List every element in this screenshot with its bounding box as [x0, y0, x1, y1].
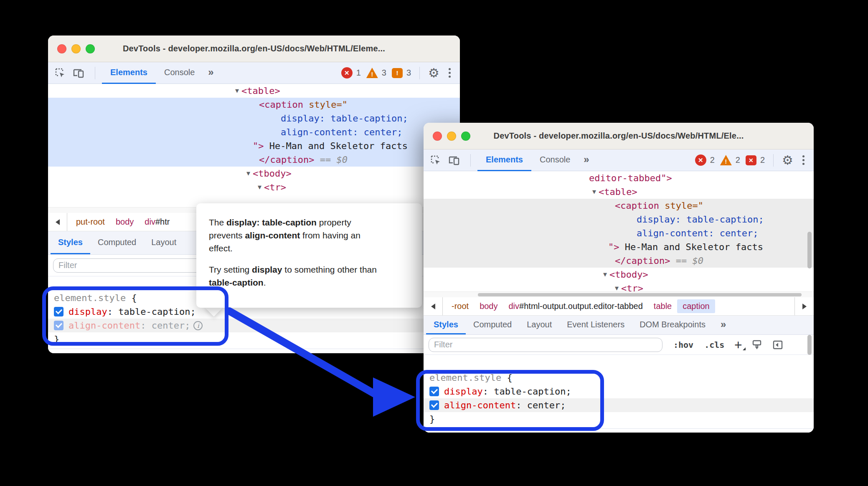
styles-pane: element.style { display: table-caption;a… [424, 355, 814, 433]
css-property-row: display: table-caption; [424, 385, 814, 398]
breadcrumb-forward-button[interactable] [794, 297, 814, 315]
new-style-rule-button[interactable]: + [734, 339, 742, 351]
breadcrumb-item[interactable]: caption [677, 299, 715, 313]
code-segment: editor-tabbed"> [589, 173, 672, 183]
styles-filter-input[interactable] [429, 338, 662, 352]
property-text: : [516, 398, 527, 412]
tooltip-text-line: The display: table-caption property [209, 216, 409, 229]
breadcrumb-back-button[interactable] [424, 297, 443, 315]
tab-dom-breakpoints[interactable]: DOM Breakpoints [632, 316, 713, 334]
breadcrumb-item[interactable]: -root [446, 299, 474, 313]
breadcrumb-back-button[interactable] [48, 213, 67, 231]
zoom-button[interactable] [86, 44, 95, 53]
tree-node-line[interactable]: align-content: center; [48, 125, 460, 139]
horizontal-scrollbar[interactable] [424, 291, 814, 297]
vertical-scrollbar-thumb[interactable] [807, 335, 812, 355]
close-button[interactable] [433, 132, 442, 141]
tab-event-listeners[interactable]: Event Listeners [559, 316, 632, 334]
code-segment: put-root [76, 217, 105, 226]
minimize-button[interactable] [447, 132, 456, 141]
more-options-icon[interactable] [797, 155, 810, 165]
rendering-emulation-icon[interactable] [751, 339, 763, 351]
more-tabs-chevron[interactable]: » [579, 149, 593, 171]
code-segment: ▼ [235, 84, 239, 98]
more-options-icon[interactable] [444, 68, 456, 78]
code-segment: $0 [692, 256, 703, 266]
code-segment: body [116, 217, 134, 226]
tree-node-line[interactable]: ▼<table> [424, 185, 814, 199]
tooltip-paragraph-1: The display: table-caption propertypreve… [209, 216, 409, 255]
tree-node-line[interactable]: ▼<tbody> [424, 268, 814, 281]
tree-node-line[interactable]: ▼<tr> [424, 281, 814, 291]
tree-node-line[interactable]: ▼<table> [48, 84, 460, 98]
device-toolbar-icon[interactable] [448, 149, 460, 171]
device-toolbar-icon[interactable] [72, 62, 85, 84]
code-segment: =" [692, 200, 703, 211]
info-icon[interactable]: i [193, 321, 203, 330]
tab-layout[interactable]: Layout [144, 231, 184, 254]
settings-gear-icon[interactable]: ⚙ [424, 62, 444, 84]
tab-styles[interactable]: Styles [426, 316, 466, 334]
property-checkbox[interactable] [429, 400, 439, 410]
issues-icon: ! [392, 68, 403, 78]
console-status-badges[interactable]: ✕ 1 ! 3 ! 3 [341, 67, 413, 78]
tree-node-line[interactable]: <caption style=" [424, 199, 814, 213]
scrollbar-thumb[interactable] [478, 293, 802, 296]
property-checkbox[interactable] [54, 307, 63, 316]
breadcrumb-item[interactable]: table [648, 299, 677, 313]
tree-node-line[interactable]: editor-tabbed"> [424, 171, 814, 185]
tab-console[interactable]: Console [531, 149, 579, 171]
tree-node-line[interactable]: <caption style=" [48, 98, 460, 111]
breadcrumb-item[interactable]: body [474, 299, 503, 313]
code-segment: #html-output.output.editor-tabbed [519, 301, 643, 311]
tree-node-line[interactable]: "> He-Man and Skeletor facts [48, 139, 460, 153]
property-text: center; [152, 319, 190, 332]
breadcrumb-item[interactable]: div#htr [139, 215, 175, 229]
minimize-button[interactable] [71, 44, 81, 53]
toggle-hover-state-button[interactable]: :hov [673, 340, 693, 350]
align-content-tooltip: The display: table-caption propertypreve… [196, 203, 422, 308]
tree-node-line[interactable]: display: table-caption; [48, 111, 460, 125]
code-segment: <tr> [621, 283, 643, 291]
code-segment: == [670, 256, 692, 266]
property-text: align-content [69, 319, 140, 332]
tree-node-line[interactable]: </caption> == $0 [48, 153, 460, 167]
property-text: display [444, 385, 483, 398]
warning-count: 3 [382, 68, 386, 78]
tooltip-text-line: effect. [209, 242, 409, 255]
rule-properties: display: table-caption;align-content: ce… [424, 385, 814, 412]
tab-computed[interactable]: Computed [90, 231, 144, 254]
breadcrumb-item[interactable]: body [110, 215, 139, 229]
window-title: DevTools - developer.mozilla.org/en-US/d… [494, 131, 744, 141]
dock-side-icon[interactable] [772, 339, 784, 351]
inspect-icon[interactable] [429, 149, 442, 171]
property-checkbox[interactable] [429, 387, 439, 396]
tab-computed[interactable]: Computed [466, 316, 519, 334]
settings-gear-icon[interactable]: ⚙ [778, 149, 797, 171]
more-tabs-chevron[interactable]: » [203, 62, 218, 84]
tree-node-line[interactable]: display: table-caption; [424, 213, 814, 226]
tree-node-line[interactable]: ▼<tr> [48, 180, 460, 194]
property-text: : [483, 385, 494, 398]
tab-elements[interactable]: Elements [102, 62, 156, 84]
console-status-badges[interactable]: ✕ 2 ! 2 ✕ 2 [695, 154, 766, 166]
toggle-class-button[interactable]: .cls [704, 340, 724, 350]
tree-node-line[interactable]: ▼<tbody> [48, 167, 460, 180]
breadcrumb-item[interactable]: put-root [71, 215, 110, 229]
tree-node-line[interactable]: "> He-Man and Skeletor facts [424, 240, 814, 254]
tree-node-line[interactable]: </caption> == $0 [424, 254, 814, 268]
tab-layout[interactable]: Layout [519, 316, 559, 334]
zoom-button[interactable] [461, 132, 470, 141]
inspect-icon[interactable] [54, 62, 66, 84]
property-checkbox[interactable] [54, 321, 63, 330]
code-segment: div [145, 217, 155, 226]
close-button[interactable] [57, 44, 66, 53]
breadcrumb-item[interactable]: div#html-output.output.editor-tabbed [503, 299, 648, 313]
vertical-scrollbar-thumb[interactable] [807, 232, 812, 268]
tab-elements[interactable]: Elements [477, 149, 531, 171]
property-text: table-caption; [118, 305, 195, 319]
more-tabs-chevron[interactable]: » [713, 316, 733, 334]
tab-console[interactable]: Console [156, 62, 203, 84]
tree-node-line[interactable]: align-content: center; [424, 226, 814, 240]
tab-styles[interactable]: Styles [51, 231, 90, 254]
